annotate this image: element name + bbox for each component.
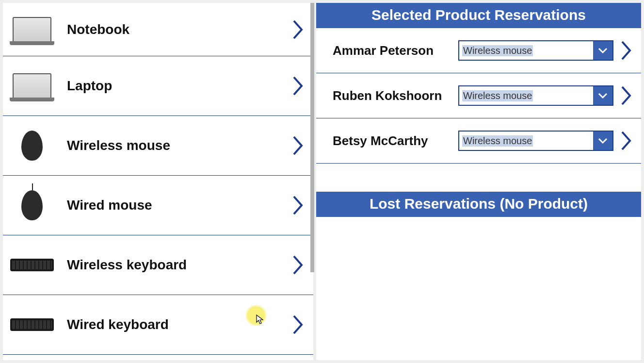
product-row[interactable]: Notebook [3, 3, 313, 56]
chevron-down-icon[interactable] [593, 41, 612, 60]
product-image [8, 69, 56, 103]
product-label: Notebook [56, 22, 292, 37]
product-label: Wireless mouse [56, 138, 292, 153]
selected-reservations-list: Ammar PetersonWireless mouseRuben Koksho… [316, 28, 641, 164]
chevron-right-icon[interactable] [620, 40, 633, 61]
reservation-name: Betsy McCarthy [333, 133, 451, 148]
product-image [8, 308, 56, 342]
chevron-right-icon [292, 75, 305, 97]
product-row[interactable]: Wired keyboard [3, 295, 313, 355]
product-image [8, 188, 56, 222]
product-dropdown[interactable]: Wireless mouse [458, 85, 613, 106]
product-list-panel: NotebookLaptopWireless mouseWired mouseW… [3, 3, 313, 360]
reservation-row: Betsy McCarthyWireless mouse [316, 118, 641, 164]
product-image [8, 13, 56, 47]
reservation-row: Ammar PetersonWireless mouse [316, 28, 641, 73]
chevron-right-icon [292, 314, 305, 335]
reservation-name: Ammar Peterson [333, 43, 451, 58]
product-image [8, 129, 56, 163]
selected-reservations-header: Selected Product Reservations [316, 3, 641, 28]
chevron-right-icon[interactable] [620, 85, 633, 106]
dropdown-value: Wireless mouse [459, 86, 593, 105]
product-image [8, 248, 56, 282]
product-row[interactable]: Wireless mouse [3, 116, 313, 176]
reservation-row: Ruben KokshoornWireless mouse [316, 73, 641, 118]
reservation-name: Ruben Kokshoorn [333, 88, 451, 103]
product-row[interactable]: Laptop [3, 56, 313, 116]
dropdown-value: Wireless mouse [459, 41, 593, 60]
dropdown-value: Wireless mouse [459, 132, 593, 150]
chevron-right-icon [292, 19, 305, 40]
product-row[interactable]: Wireless keyboard [3, 235, 313, 295]
chevron-right-icon[interactable] [620, 130, 633, 151]
product-dropdown[interactable]: Wireless mouse [458, 40, 613, 61]
product-dropdown[interactable]: Wireless mouse [458, 131, 613, 151]
chevron-right-icon [292, 195, 305, 216]
product-row[interactable]: Wired mouse [3, 176, 313, 235]
product-label: Wired mouse [56, 198, 292, 213]
product-label: Laptop [56, 78, 292, 94]
chevron-right-icon [292, 135, 305, 156]
chevron-right-icon [292, 254, 305, 276]
chevron-down-icon[interactable] [593, 86, 612, 105]
product-label: Wired keyboard [56, 317, 292, 332]
reservations-panel: Selected Product Reservations Ammar Pete… [316, 3, 641, 360]
chevron-down-icon[interactable] [593, 132, 612, 150]
product-label: Wireless keyboard [56, 257, 292, 273]
lost-reservations-header: Lost Reservations (No Product) [316, 192, 641, 217]
scrollbar-thumb[interactable] [310, 3, 314, 272]
